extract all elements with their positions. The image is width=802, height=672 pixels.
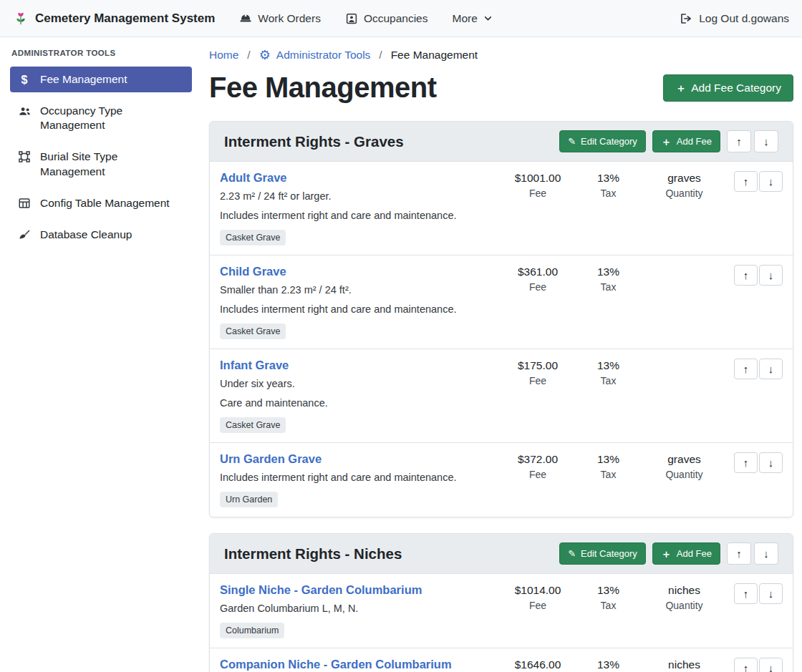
fee-name-link[interactable]: Child Grave [220, 265, 286, 278]
arrow-up-icon: ↑ [736, 135, 742, 147]
logout-link[interactable]: Log Out d.gowans [680, 12, 789, 25]
fee-main: Child Grave Smaller than 2.23 m² / 24 ft… [220, 265, 498, 339]
breadcrumb-admin-tools-link[interactable]: ⚙ Administrator Tools [259, 49, 371, 62]
move-fee-down-button[interactable]: ↓ [759, 583, 783, 604]
fee-tax-col: 13% Tax [578, 452, 639, 480]
fee-amount: $1014.00 [502, 584, 574, 597]
fee-category-card: Interment Rights - Graves ✎ Edit Categor… [209, 121, 793, 517]
move-fee-up-button[interactable]: ↑ [734, 171, 758, 192]
sidebar-item-database-cleanup[interactable]: Database Cleanup [10, 222, 192, 248]
fee-quantity: graves [643, 453, 725, 466]
chevron-down-icon [483, 14, 493, 23]
add-fee-label: Add Fee [677, 136, 712, 147]
sidebar-item-label: Database Cleanup [40, 228, 132, 242]
fee-type-badge: Urn Garden [220, 492, 278, 507]
sidebar-item-config-table-management[interactable]: Config Table Management [10, 190, 192, 216]
hard-hat-icon [239, 12, 252, 25]
move-fee-up-button[interactable]: ↑ [734, 658, 758, 672]
breadcrumb-admin-tools-label: Administrator Tools [276, 49, 371, 62]
main-content: Home / ⚙ Administrator Tools / Fee Manag… [200, 37, 802, 672]
fee-description-2: Includes interment right and care and ma… [220, 208, 498, 223]
breadcrumb-home-link[interactable]: Home [209, 49, 238, 62]
fee-amount: $361.00 [502, 266, 574, 278]
edit-category-button[interactable]: ✎ Edit Category [559, 542, 646, 565]
move-fee-up-button[interactable]: ↑ [734, 452, 758, 473]
fee-amount: $175.00 [502, 359, 574, 372]
sidebar-heading: ADMINISTRATOR TOOLS [11, 49, 192, 57]
pencil-icon: ✎ [568, 549, 576, 558]
move-fee-up-button[interactable]: ↑ [734, 265, 758, 286]
arrow-down-icon: ↓ [768, 588, 774, 600]
fee-type-badge: Columbarium [220, 623, 284, 638]
fee-quantity [643, 266, 725, 278]
breadcrumb-separator: / [247, 49, 250, 62]
move-fee-down-button[interactable]: ↓ [759, 658, 783, 672]
pencil-icon: ✎ [568, 137, 576, 146]
logout-icon [680, 12, 692, 25]
sidebar-item-label: Config Table Management [40, 196, 170, 210]
flower-logo-icon [13, 11, 29, 26]
fee-row: Child Grave Smaller than 2.23 m² / 24 ft… [210, 255, 793, 349]
sidebar-item-burial-site-type-management[interactable]: Burial Site Type Management [10, 144, 192, 184]
arrow-up-icon: ↑ [743, 363, 749, 375]
fee-amount-col: $175.00 Fee [502, 359, 574, 386]
fee-amount-col: $1001.00 Fee [502, 171, 574, 199]
plus-icon: ＋ [661, 548, 672, 559]
fee-tax: 13% [578, 453, 639, 466]
fee-category-header: Interment Rights - Graves ✎ Edit Categor… [210, 122, 793, 161]
nav-occupancies[interactable]: Occupancies [345, 12, 428, 25]
move-category-up-button[interactable]: ↑ [727, 542, 751, 565]
move-fee-down-button[interactable]: ↓ [759, 359, 783, 379]
fee-row: Adult Grave 2.23 m² / 24 ft² or larger. … [210, 161, 793, 255]
move-fee-up-button[interactable]: ↑ [734, 359, 758, 379]
top-navbar: Cemetery Management System Work Orders O… [0, 0, 802, 37]
fee-name-link[interactable]: Urn Garden Grave [220, 452, 322, 466]
vector-square-icon [17, 150, 32, 163]
move-fee-up-button[interactable]: ↑ [734, 583, 758, 604]
add-fee-button[interactable]: ＋ Add Fee [652, 130, 720, 152]
breadcrumb-separator: / [379, 49, 382, 62]
fee-amount-label: Fee [502, 469, 574, 480]
edit-category-label: Edit Category [581, 136, 637, 147]
move-category-up-button[interactable]: ↑ [727, 130, 751, 152]
fee-quantity-col [643, 265, 725, 281]
fee-tax: 13% [578, 359, 639, 372]
nav-work-orders[interactable]: Work Orders [239, 12, 321, 25]
fee-tax-col: 13% Tax [578, 658, 639, 672]
sidebar-item-label: Burial Site Type Management [40, 150, 185, 178]
sidebar-item-fee-management[interactable]: $ Fee Management [10, 67, 192, 92]
fee-amount-label: Fee [502, 188, 574, 199]
nav-more[interactable]: More [453, 12, 493, 25]
category-title: Interment Rights - Graves [224, 133, 404, 150]
breadcrumb-home-label: Home [209, 49, 238, 62]
add-fee-button[interactable]: ＋ Add Fee [652, 542, 720, 565]
fee-amount-col: $361.00 Fee [502, 265, 574, 293]
fee-name-link[interactable]: Companion Niche - Garden Columbarium [220, 658, 452, 671]
move-fee-down-button[interactable]: ↓ [759, 452, 783, 473]
plus-icon: ＋ [675, 82, 686, 93]
move-fee-down-button[interactable]: ↓ [759, 265, 783, 286]
fee-name-link[interactable]: Adult Grave [220, 171, 287, 185]
sidebar-item-occupancy-type-management[interactable]: Occupancy Type Management [10, 98, 192, 138]
fee-tax-label: Tax [578, 469, 639, 480]
add-fee-category-button[interactable]: ＋ Add Fee Category [663, 74, 793, 102]
move-category-down-button[interactable]: ↓ [754, 542, 778, 565]
fee-name-link[interactable]: Single Niche - Garden Columbarium [220, 583, 422, 597]
move-category-down-button[interactable]: ↓ [754, 130, 778, 152]
brand-link[interactable]: Cemetery Management System [13, 11, 215, 26]
fee-tax-label: Tax [578, 600, 639, 611]
fee-description-1: Smaller than 2.23 m² / 24 ft². [220, 283, 498, 298]
fee-amount-col: $1014.00 Fee [502, 583, 574, 611]
move-fee-down-button[interactable]: ↓ [759, 171, 783, 192]
fee-quantity-label: Quantity [643, 188, 725, 199]
fee-category-header: Interment Rights - Niches ✎ Edit Categor… [210, 534, 793, 573]
edit-category-button[interactable]: ✎ Edit Category [559, 130, 646, 152]
fee-name-link[interactable]: Infant Grave [220, 359, 289, 372]
add-fee-category-label: Add Fee Category [691, 82, 781, 94]
fee-main: Urn Garden Grave Includes interment righ… [220, 452, 498, 507]
fee-amount-col: $1646.00 Fee [502, 658, 574, 672]
fee-tax-col: 13% Tax [578, 583, 639, 611]
fee-tax-label: Tax [578, 188, 639, 199]
fee-tax-label: Tax [578, 375, 639, 386]
fee-tax-label: Tax [578, 281, 639, 293]
